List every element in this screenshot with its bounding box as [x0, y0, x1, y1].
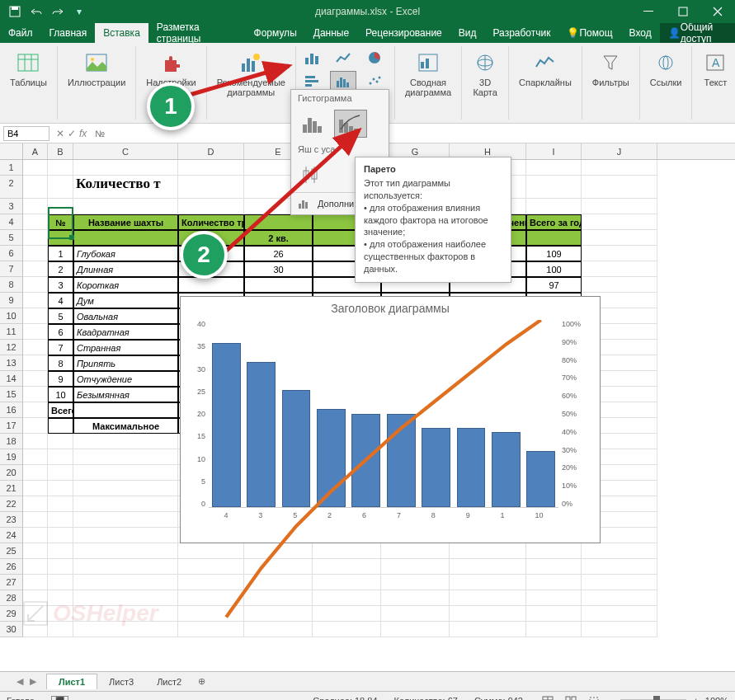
cell[interactable]	[313, 606, 381, 622]
view-layout-icon[interactable]	[563, 694, 579, 701]
cell[interactable]: 3	[48, 277, 73, 293]
cell[interactable]	[48, 176, 73, 199]
cell[interactable]	[178, 199, 244, 214]
cell[interactable]	[73, 465, 178, 481]
cell[interactable]	[244, 622, 313, 637]
row-header[interactable]: 17	[0, 418, 23, 434]
cell[interactable]	[582, 622, 657, 637]
cell[interactable]	[244, 559, 313, 575]
select-all-corner[interactable]	[0, 143, 23, 159]
view-normal-icon[interactable]	[539, 694, 556, 701]
menu-share[interactable]: 👤 Общий доступ	[660, 23, 735, 43]
cell[interactable]	[73, 402, 178, 418]
cell[interactable]	[244, 277, 313, 293]
illustrations-button[interactable]: Иллюстрации	[64, 48, 129, 89]
view-pagebreak-icon[interactable]	[586, 694, 602, 701]
cell[interactable]	[23, 418, 48, 434]
cell[interactable]	[48, 160, 73, 176]
cell[interactable]	[526, 606, 582, 622]
cell[interactable]: Количество травм	[178, 214, 244, 230]
cell[interactable]	[48, 199, 73, 214]
cell[interactable]	[244, 543, 313, 559]
cell[interactable]	[73, 528, 178, 543]
cancel-icon[interactable]: ✕	[56, 128, 64, 139]
cell[interactable]: Длинная	[73, 261, 178, 277]
menu-help[interactable]: 💡 Помощ	[558, 23, 620, 43]
cell[interactable]	[526, 230, 582, 246]
cell[interactable]	[381, 559, 450, 575]
pareto-option[interactable]	[334, 110, 367, 138]
row-header[interactable]: 16	[0, 402, 23, 418]
row-header[interactable]: 10	[0, 308, 23, 324]
sheet-tab-2[interactable]: Лист3	[97, 674, 145, 689]
col-header[interactable]: B	[48, 143, 73, 159]
cell[interactable]	[178, 176, 244, 199]
cell[interactable]	[23, 512, 48, 528]
sheet-tab-3[interactable]: Лист2	[145, 674, 193, 689]
cell[interactable]	[178, 277, 244, 293]
col-header[interactable]: J	[582, 143, 657, 159]
cell[interactable]: Глубокая	[73, 246, 178, 261]
cell[interactable]: 1	[48, 246, 73, 261]
cell[interactable]	[23, 575, 48, 590]
line-chart-icon[interactable]	[330, 48, 356, 68]
cell[interactable]: Отчуждение	[73, 371, 178, 387]
cell[interactable]	[23, 371, 48, 387]
enter-icon[interactable]: ✓	[68, 128, 76, 139]
row-header[interactable]: 24	[0, 528, 23, 543]
cell[interactable]	[23, 160, 48, 176]
cell[interactable]	[526, 160, 582, 176]
column-chart-icon[interactable]	[299, 48, 325, 68]
cell[interactable]: Квадратная	[73, 324, 178, 340]
row-header[interactable]: 11	[0, 324, 23, 340]
row-header[interactable]: 13	[0, 355, 23, 371]
cell[interactable]	[23, 277, 48, 293]
cell[interactable]	[23, 465, 48, 481]
cell[interactable]	[244, 590, 313, 606]
cell[interactable]: Припять	[73, 355, 178, 371]
bar-chart-icon[interactable]	[299, 71, 325, 91]
cell[interactable]: 10	[48, 387, 73, 402]
cell[interactable]	[582, 543, 657, 559]
cell[interactable]: 7	[48, 340, 73, 355]
row-header[interactable]: 29	[0, 606, 23, 622]
cell[interactable]	[313, 575, 381, 590]
row-header[interactable]: 20	[0, 465, 23, 481]
cell[interactable]	[23, 340, 48, 355]
cell[interactable]: 109	[526, 246, 582, 261]
menu-review[interactable]: Рецензирование	[357, 23, 450, 43]
row-header[interactable]: 7	[0, 261, 23, 277]
cell[interactable]	[450, 622, 526, 637]
cell[interactable]	[381, 606, 450, 622]
cell[interactable]	[178, 606, 244, 622]
cell[interactable]	[48, 481, 73, 496]
cell[interactable]	[582, 590, 657, 606]
cell[interactable]	[48, 449, 73, 465]
row-header[interactable]: 3	[0, 199, 23, 214]
cell[interactable]	[526, 559, 582, 575]
row-header[interactable]: 15	[0, 387, 23, 402]
tab-nav-next[interactable]: ▶	[30, 676, 36, 687]
row-header[interactable]: 28	[0, 590, 23, 606]
cell[interactable]	[48, 230, 73, 246]
scatter-chart-icon[interactable]	[361, 71, 388, 91]
cell[interactable]	[48, 543, 73, 559]
cell[interactable]	[73, 496, 178, 512]
row-header[interactable]: 23	[0, 512, 23, 528]
cell[interactable]	[23, 528, 48, 543]
cell[interactable]	[178, 622, 244, 637]
cell[interactable]	[23, 481, 48, 496]
cell[interactable]	[381, 622, 450, 637]
cell[interactable]	[23, 214, 48, 230]
cell[interactable]	[73, 160, 178, 176]
cell[interactable]: 4	[48, 293, 73, 308]
cell[interactable]	[313, 543, 381, 559]
cell[interactable]	[582, 277, 657, 293]
formula-input[interactable]: №	[90, 127, 735, 140]
name-box[interactable]	[3, 126, 49, 141]
row-header[interactable]: 25	[0, 543, 23, 559]
row-header[interactable]: 18	[0, 434, 23, 449]
cell[interactable]: 100	[526, 261, 582, 277]
cell[interactable]	[178, 575, 244, 590]
redo-icon[interactable]	[49, 3, 66, 20]
